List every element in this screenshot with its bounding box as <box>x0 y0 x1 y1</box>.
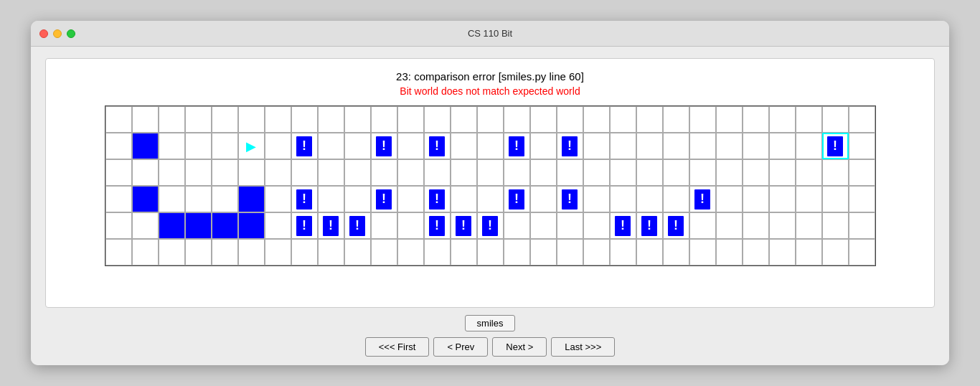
cell-1-21 <box>663 133 689 159</box>
cell-5-4 <box>212 239 238 265</box>
cell-2-26 <box>796 159 822 186</box>
cell-2-1 <box>132 159 159 186</box>
cell-4-16 <box>530 212 557 239</box>
last-button[interactable]: Last >>> <box>551 337 615 357</box>
cell-5-0 <box>105 239 132 265</box>
cell-4-27 <box>822 212 849 239</box>
cell-5-16 <box>530 239 557 265</box>
cell-1-12: ! <box>424 133 451 159</box>
cell-1-27: ! <box>822 133 849 159</box>
cell-4-8: ! <box>318 212 344 239</box>
cell-0-17 <box>557 106 583 133</box>
cell-2-23 <box>716 159 743 186</box>
cell-2-19 <box>610 159 636 186</box>
cell-5-8 <box>318 239 344 265</box>
cell-3-24 <box>743 186 769 212</box>
cell-5-24 <box>743 239 769 265</box>
cell-2-22 <box>689 159 716 186</box>
cell-4-12: ! <box>424 212 451 239</box>
cell-2-12 <box>424 159 451 186</box>
cell-1-18 <box>583 133 610 159</box>
cell-1-8 <box>318 133 344 159</box>
cell-0-11 <box>397 106 424 133</box>
cell-3-5 <box>238 186 265 212</box>
cell-4-22 <box>689 212 716 239</box>
cell-1-5: ▶ <box>238 133 265 159</box>
cell-5-26 <box>796 239 822 265</box>
cell-2-17 <box>557 159 583 186</box>
cell-1-1 <box>132 133 159 159</box>
error-title: 23: comparison error [smiles.py line 60] <box>396 70 584 83</box>
grid-row <box>105 106 875 133</box>
cell-2-3 <box>185 159 212 186</box>
cell-3-2 <box>159 186 185 212</box>
cell-0-0 <box>105 106 132 133</box>
cell-1-26 <box>796 133 822 159</box>
cell-4-14: ! <box>477 212 504 239</box>
cell-2-27 <box>822 159 849 186</box>
cell-3-12: ! <box>424 186 451 212</box>
first-button[interactable]: <<< First <box>365 337 430 357</box>
cell-0-7 <box>291 106 318 133</box>
cell-3-17: ! <box>557 186 583 212</box>
cell-2-14 <box>477 159 504 186</box>
exclaim-icon: ! <box>668 216 684 236</box>
cell-0-15 <box>504 106 530 133</box>
maximize-button[interactable] <box>67 29 75 38</box>
cell-3-0 <box>105 186 132 212</box>
window-title: CS 110 Bit <box>468 28 512 39</box>
cell-0-16 <box>530 106 557 133</box>
prev-button[interactable]: < Prev <box>433 337 488 357</box>
cell-0-20 <box>636 106 663 133</box>
close-button[interactable] <box>39 29 48 38</box>
cell-2-15 <box>504 159 530 186</box>
cell-5-12 <box>424 239 451 265</box>
exclaim-icon: ! <box>376 189 392 210</box>
cell-2-6 <box>265 159 291 186</box>
next-button[interactable]: Next > <box>492 337 547 357</box>
cell-3-4 <box>212 186 238 212</box>
cell-1-9 <box>344 133 371 159</box>
cell-5-13 <box>451 239 477 265</box>
cell-5-27 <box>822 239 849 265</box>
cell-0-26 <box>796 106 822 133</box>
cell-5-6 <box>265 239 291 265</box>
cell-2-2 <box>159 159 185 186</box>
cell-5-1 <box>132 239 159 265</box>
cell-2-4 <box>212 159 238 186</box>
minimize-button[interactable] <box>53 29 62 38</box>
cell-3-23 <box>716 186 743 212</box>
play-icon: ▶ <box>246 140 256 153</box>
cell-3-20 <box>636 186 663 212</box>
exclaim-icon: ! <box>429 136 445 156</box>
cell-0-9 <box>344 106 371 133</box>
cell-0-25 <box>769 106 796 133</box>
cell-1-3 <box>185 133 212 159</box>
cell-4-19: ! <box>610 212 636 239</box>
cell-1-28 <box>849 133 875 159</box>
cell-3-6 <box>265 186 291 212</box>
cell-2-28 <box>849 159 875 186</box>
exclaim-icon: ! <box>827 136 843 156</box>
cell-0-3 <box>185 106 212 133</box>
cell-5-11 <box>397 239 424 265</box>
error-subtitle: Bit world does not match expected world <box>400 85 580 97</box>
cell-0-23 <box>716 106 743 133</box>
cell-0-10 <box>371 106 397 133</box>
cell-1-2 <box>159 133 185 159</box>
cell-1-14 <box>477 133 504 159</box>
cell-2-0 <box>105 159 132 186</box>
cell-0-22 <box>689 106 716 133</box>
cell-1-11 <box>397 133 424 159</box>
cell-2-16 <box>530 159 557 186</box>
cell-4-5 <box>238 212 265 239</box>
window-content: 23: comparison error [smiles.py line 60]… <box>31 47 949 365</box>
cell-3-9 <box>344 186 371 212</box>
exclaim-icon: ! <box>296 136 312 156</box>
cell-2-13 <box>451 159 477 186</box>
cell-3-16 <box>530 186 557 212</box>
cell-5-3 <box>185 239 212 265</box>
exclaim-icon: ! <box>296 189 312 210</box>
cell-1-6 <box>265 133 291 159</box>
exclaim-icon: ! <box>429 216 445 236</box>
